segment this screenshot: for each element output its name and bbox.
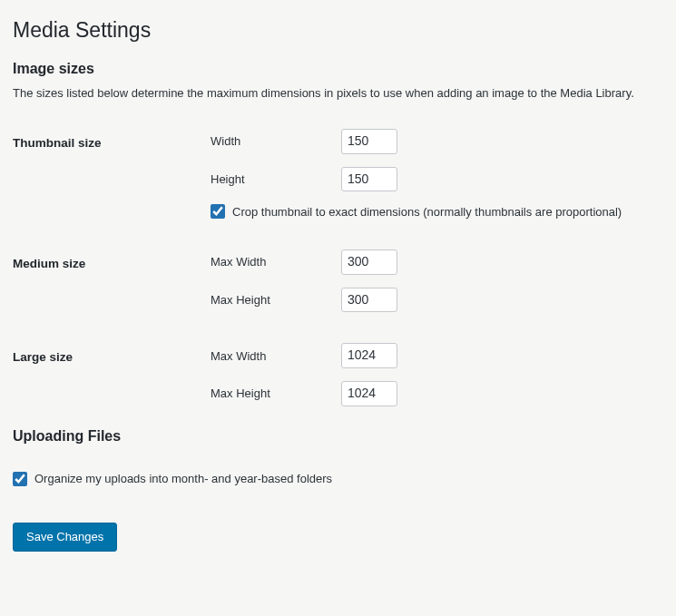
thumbnail-height-label: Height — [211, 172, 341, 186]
uploading-files-heading: Uploading Files — [13, 428, 663, 445]
image-sizes-description: The sizes listed below determine the max… — [13, 86, 663, 100]
medium-max-height-label: Max Height — [211, 293, 341, 307]
medium-size-row: Medium size Max Width Max Height — [13, 246, 663, 318]
thumbnail-width-input[interactable] — [341, 129, 397, 154]
thumbnail-size-label: Thumbnail size — [13, 125, 211, 224]
thumbnail-height-input[interactable] — [341, 167, 397, 192]
organize-uploads-checkbox[interactable] — [13, 472, 27, 486]
thumbnail-size-row: Thumbnail size Width Height Crop thumbna… — [13, 125, 663, 224]
medium-size-label: Medium size — [13, 246, 211, 318]
large-size-row: Large size Max Width Max Height — [13, 339, 663, 411]
thumbnail-width-label: Width — [211, 134, 341, 148]
large-max-height-input[interactable] — [341, 381, 397, 406]
page-title: Media Settings — [13, 18, 663, 43]
save-changes-button[interactable]: Save Changes — [13, 523, 117, 552]
thumbnail-crop-label: Crop thumbnail to exact dimensions (norm… — [232, 205, 622, 219]
image-sizes-table: Thumbnail size Width Height Crop thumbna… — [13, 125, 663, 412]
medium-max-width-input[interactable] — [341, 249, 397, 275]
large-max-width-input[interactable] — [341, 343, 397, 368]
medium-max-width-label: Max Width — [211, 255, 341, 269]
large-max-width-label: Max Width — [211, 349, 341, 363]
thumbnail-crop-checkbox[interactable] — [211, 204, 225, 219]
organize-uploads-label: Organize my uploads into month- and year… — [34, 472, 332, 485]
image-sizes-heading: Image sizes — [13, 61, 663, 77]
medium-max-height-input[interactable] — [341, 288, 397, 313]
large-size-label: Large size — [13, 339, 211, 411]
large-max-height-label: Max Height — [211, 386, 341, 400]
